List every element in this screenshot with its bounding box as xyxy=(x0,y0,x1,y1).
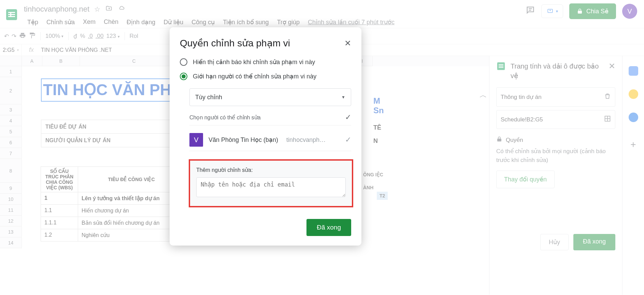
option-show-warning[interactable]: Hiển thị cảnh báo khi chỉnh sửa phạm vi … xyxy=(170,55,361,69)
editor-item[interactable]: V Văn Phòng Tin Học (bạn) tinhocvanph… ✓ xyxy=(189,129,351,151)
radio-unchecked-icon[interactable] xyxy=(180,58,187,66)
add-editors-label: Thêm người chỉnh sửa: xyxy=(196,167,346,173)
chevron-down-icon: ▼ xyxy=(341,95,345,100)
check-icon: ✓ xyxy=(345,113,351,122)
editors-header[interactable]: Chọn người có thể chỉnh sửa ✓ xyxy=(189,113,351,126)
add-editors-section: Thêm người chỉnh sửa: xyxy=(189,159,353,207)
dialog-title: Quyền chỉnh sửa phạm vi xyxy=(180,38,344,49)
radio-checked-icon[interactable] xyxy=(180,73,187,80)
editor-email: tinhocvanph… xyxy=(286,136,326,144)
close-icon[interactable]: ✕ xyxy=(344,39,351,48)
edit-permissions-dialog: Quyền chỉnh sửa phạm vi ✕ Hiển thị cảnh … xyxy=(170,27,361,246)
add-editors-input[interactable] xyxy=(196,177,346,197)
restriction-dropdown[interactable]: Tùy chỉnh ▼ xyxy=(189,88,351,106)
editor-avatar: V xyxy=(189,133,203,147)
dialog-done-button[interactable]: Đã xong xyxy=(306,219,351,236)
editor-name: Văn Phòng Tin Học (bạn) xyxy=(209,136,278,144)
check-icon: ✓ xyxy=(345,135,351,144)
option-restrict[interactable]: Giới hạn người có thể chỉnh sửa phạm vi … xyxy=(170,69,361,84)
